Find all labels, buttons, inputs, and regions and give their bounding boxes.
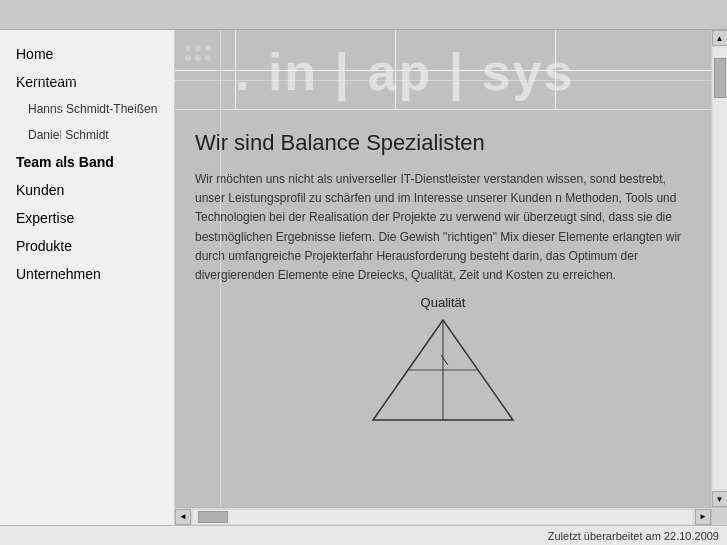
sidebar-item-daniel[interactable]: Daniel Schmidt — [0, 122, 174, 148]
sidebar-item-hanns[interactable]: Hanns Schmidt-Theißen — [0, 96, 174, 122]
triangle-diagram — [363, 315, 523, 425]
diagram-area: Qualität — [195, 285, 691, 435]
sidebar-item-produkte[interactable]: Produkte — [0, 232, 174, 260]
status-bar: Zuletzt überarbeitet am 22.10.2009 — [0, 525, 727, 545]
scroll-left-button[interactable]: ◄ — [175, 509, 191, 525]
scroll-down-button[interactable]: ▼ — [712, 491, 728, 507]
h-scroll-track[interactable] — [193, 510, 693, 524]
scroll-thumb[interactable] — [714, 58, 726, 98]
bottom-scrollbar: ◄ ► — [175, 507, 727, 525]
sidebar-item-home[interactable]: Home — [0, 40, 174, 68]
page-body: Wir möchten uns nicht als universeller I… — [195, 170, 691, 285]
logo-area: . in | ap | sys — [175, 30, 711, 110]
scrollbar-corner — [711, 509, 727, 525]
diagram-quality-label: Qualität — [421, 295, 466, 310]
scroll-track[interactable] — [713, 48, 727, 489]
sidebar-item-unternehmen[interactable]: Unternehmen — [0, 260, 174, 288]
sidebar-item-kernteam[interactable]: Kernteam — [0, 68, 174, 96]
page-content: . in | ap | sys Wir sind Balance Spezial… — [175, 30, 711, 507]
scroll-right-button[interactable]: ► — [695, 509, 711, 525]
sidebar-item-team-als-band[interactable]: Team als Band — [0, 148, 174, 176]
status-text: Zuletzt überarbeitet am 22.10.2009 — [548, 530, 719, 542]
page-title: Wir sind Balance Spezialisten — [195, 130, 691, 156]
sidebar: Home Kernteam Hanns Schmidt-Theißen Dani… — [0, 30, 175, 525]
logo-text: . in | ap | sys — [235, 42, 574, 102]
sidebar-item-kunden[interactable]: Kunden — [0, 176, 174, 204]
browser-chrome — [0, 0, 727, 30]
sidebar-item-expertise[interactable]: Expertise — [0, 204, 174, 232]
h-scroll-thumb[interactable] — [198, 511, 228, 523]
svg-line-3 — [441, 355, 448, 365]
text-content: Wir sind Balance Spezialisten Wir möchte… — [175, 110, 711, 507]
browser-body: Home Kernteam Hanns Schmidt-Theißen Dani… — [0, 30, 727, 525]
right-scrollbar: ▲ ▼ — [711, 30, 727, 507]
scroll-up-button[interactable]: ▲ — [712, 30, 728, 46]
